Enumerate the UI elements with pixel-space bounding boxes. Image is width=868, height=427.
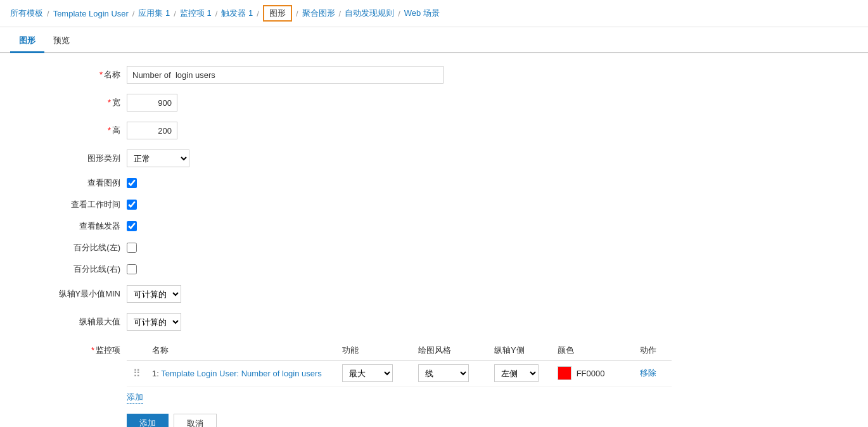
color-hex-value: FF0000 (577, 369, 605, 378)
monitor-table: 名称 功能 绘图风格 纵轴Y侧 颜色 动作 ⠿ 1: (127, 341, 672, 386)
drag-handle-cell: ⠿ (127, 360, 146, 386)
function-select[interactable]: 最大 最小 平均 全部 (342, 364, 393, 382)
monitor-items-label: *监控项 (25, 341, 127, 356)
color-cell: FF0000 (551, 360, 634, 386)
show-triggers-label: 查看触发器 (25, 220, 127, 232)
breadcrumb-aggregate[interactable]: 聚合图形 (302, 8, 335, 19)
yaxis-min-select[interactable]: 可计算的 固定 项目 (127, 285, 181, 303)
tab-preview[interactable]: 预览 (44, 30, 79, 53)
breadcrumb-graph-current: 图形 (263, 5, 292, 22)
breadcrumb-monitor-item[interactable]: 监控项 1 (180, 8, 212, 19)
percent-left-label: 百分比线(左) (25, 242, 127, 253)
width-row: *宽 (25, 94, 843, 112)
table-row: ⠿ 1: Template Login User: Number of logi… (127, 360, 672, 386)
graph-type-label: 图形类别 (25, 153, 127, 164)
th-action: 动作 (634, 341, 672, 360)
show-legend-checkbox[interactable] (127, 178, 137, 188)
th-name: 名称 (146, 341, 336, 360)
yaxis-max-select[interactable]: 可计算的 固定 项目 (127, 313, 181, 331)
breadcrumb-all-templates[interactable]: 所有模板 (10, 8, 43, 19)
y-axis-side-cell: 左侧 右侧 (488, 360, 551, 386)
breadcrumb-app-set[interactable]: 应用集 1 (138, 8, 170, 19)
item-name-link[interactable]: Template Login User: Number of login use… (161, 369, 322, 378)
th-y-axis-side: 纵轴Y侧 (488, 341, 551, 360)
name-required: * (99, 70, 103, 79)
breadcrumb-template-login-user[interactable]: Template Login User (53, 9, 129, 18)
show-triggers-row: 查看触发器 (25, 220, 843, 232)
width-input[interactable] (127, 94, 177, 112)
yaxis-max-label: 纵轴最大值 (25, 316, 127, 328)
th-draw-style: 绘图风格 (412, 341, 488, 360)
y-axis-side-select[interactable]: 左侧 右侧 (494, 364, 539, 382)
item-number: 1: (152, 369, 159, 378)
item-name-cell: 1: Template Login User: Number of login … (146, 360, 336, 386)
name-label: *名称 (25, 69, 127, 80)
th-drag (127, 341, 146, 360)
yaxis-min-label: 纵轴Y最小值MIN (25, 288, 127, 300)
breadcrumb-sep-3: / (174, 9, 176, 18)
breadcrumb-trigger[interactable]: 触发器 1 (221, 8, 253, 19)
drag-handle-icon[interactable]: ⠿ (133, 368, 139, 379)
color-swatch[interactable] (558, 366, 571, 380)
height-row: *高 (25, 122, 843, 139)
yaxis-min-row: 纵轴Y最小值MIN 可计算的 固定 项目 (25, 285, 843, 303)
draw-style-cell: 线 填充区域 粗线 点 虚线 梯形线 (412, 360, 488, 386)
remove-button[interactable]: 移除 (640, 367, 656, 379)
bottom-buttons-row: 添加 取消 (25, 414, 843, 427)
show-work-time-label: 查看工作时间 (25, 199, 127, 210)
height-input[interactable] (127, 122, 177, 139)
submit-button[interactable]: 添加 (127, 414, 169, 427)
yaxis-max-row: 纵轴最大值 可计算的 固定 项目 (25, 313, 843, 331)
show-triggers-checkbox[interactable] (127, 221, 137, 231)
show-legend-label: 查看图例 (25, 177, 127, 189)
name-input[interactable] (127, 66, 444, 84)
breadcrumb-sep-2: / (132, 9, 135, 18)
width-label: *宽 (25, 97, 127, 108)
th-color: 颜色 (551, 341, 634, 360)
percent-right-label: 百分比线(右) (25, 264, 127, 275)
percent-left-row: 百分比线(左) (25, 242, 843, 253)
breadcrumb-sep-6: / (296, 9, 298, 18)
graph-type-select[interactable]: 正常 堆叠 饼图 爆炸型饼图 (127, 150, 189, 167)
breadcrumb-discovery[interactable]: 自动发现规则 (345, 8, 394, 19)
action-cell: 移除 (634, 360, 672, 386)
function-cell: 最大 最小 平均 全部 (336, 360, 412, 386)
th-function: 功能 (336, 341, 412, 360)
monitor-items-row: *监控项 名称 功能 绘图风格 纵轴Y侧 颜色 动作 (25, 341, 843, 404)
breadcrumb: 所有模板 / Template Login User / 应用集 1 / 监控项… (0, 0, 868, 27)
height-required: * (108, 125, 111, 135)
add-monitor-link[interactable]: 添加 (127, 392, 143, 404)
graph-type-row: 图形类别 正常 堆叠 饼图 爆炸型饼图 (25, 150, 843, 167)
show-work-time-row: 查看工作时间 (25, 199, 843, 210)
show-legend-row: 查看图例 (25, 177, 843, 189)
monitor-required: * (91, 345, 94, 355)
breadcrumb-sep-4: / (215, 9, 218, 18)
breadcrumb-web-scene[interactable]: Web 场景 (404, 8, 440, 19)
tab-navigation: 图形 预览 (0, 30, 868, 53)
percent-right-checkbox[interactable] (127, 264, 137, 274)
name-row: *名称 (25, 66, 843, 84)
percent-left-checkbox[interactable] (127, 243, 137, 253)
monitor-section: 名称 功能 绘图风格 纵轴Y侧 颜色 动作 ⠿ 1: (127, 341, 672, 404)
tab-graph[interactable]: 图形 (10, 30, 44, 53)
height-label: *高 (25, 125, 127, 136)
cancel-button[interactable]: 取消 (174, 414, 217, 427)
breadcrumb-sep-1: / (47, 9, 49, 18)
breadcrumb-sep-8: / (398, 9, 400, 18)
width-required: * (108, 98, 111, 107)
breadcrumb-sep-5: / (257, 9, 259, 18)
breadcrumb-sep-7: / (339, 9, 341, 18)
percent-right-row: 百分比线(右) (25, 264, 843, 275)
draw-style-select[interactable]: 线 填充区域 粗线 点 虚线 梯形线 (418, 364, 469, 382)
show-work-time-checkbox[interactable] (127, 200, 137, 210)
main-content: *名称 *宽 *高 图形类别 正常 堆叠 饼图 爆炸型饼图 查看图例 查看工作时… (0, 53, 868, 427)
